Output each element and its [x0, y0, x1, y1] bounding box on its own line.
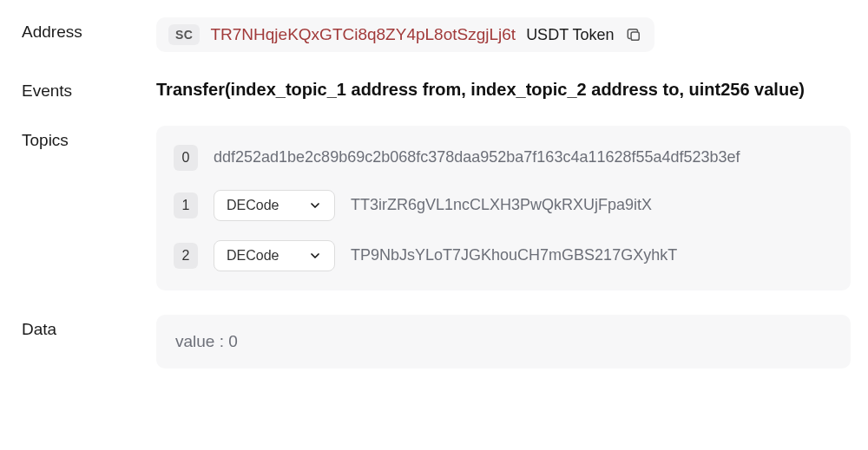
topic-hash-0: ddf252ad1be2c89b69c2b068fc378daa952ba7f1…	[214, 147, 740, 167]
topic-index-badge: 2	[174, 243, 198, 269]
label-topics: Topics	[22, 126, 156, 150]
data-sep: :	[214, 332, 228, 350]
data-key-value: value : 0	[175, 332, 238, 350]
decode-dropdown-1[interactable]: DECode	[214, 190, 335, 221]
topic-decoded-2: TP9NbJsYLoT7JGKhouCH7mGBS217GXyhkT	[351, 245, 677, 265]
sc-badge: SC	[168, 24, 200, 45]
label-events: Events	[22, 76, 156, 101]
label-address: Address	[22, 17, 156, 42]
data-value: 0	[228, 332, 238, 350]
topic-row-0: 0 ddf252ad1be2c89b69c2b068fc378daa952ba7…	[174, 145, 833, 171]
chevron-down-icon	[308, 199, 322, 212]
event-signature: Transfer(index_topic_1 address from, ind…	[156, 76, 851, 101]
copy-icon[interactable]	[625, 26, 642, 43]
topic-index-badge: 1	[174, 192, 198, 218]
topic-index-badge: 0	[174, 145, 198, 171]
chevron-down-icon	[308, 249, 322, 263]
topic-decoded-1: TT3irZR6gVL1ncCLXH3PwQkRXUjFpa9itX	[351, 195, 652, 215]
decode-label: DECode	[227, 198, 279, 213]
label-data: Data	[22, 315, 156, 339]
svg-rect-0	[631, 32, 639, 40]
address-box: SC TR7NHqjeKQxGTCi8q8ZY4pL8otSzgjLj6t US…	[156, 17, 654, 52]
decode-label: DECode	[227, 248, 279, 264]
contract-address[interactable]: TR7NHqjeKQxGTCi8q8ZY4pL8otSzgjLj6t	[210, 25, 516, 44]
topic-row-2: 2 DECode TP9NbJsYLoT7JGKhouCH7mGBS217GXy…	[174, 240, 833, 271]
token-name: USDT Token	[526, 26, 614, 44]
data-panel: value : 0	[156, 315, 851, 368]
decode-dropdown-2[interactable]: DECode	[214, 240, 335, 271]
topic-row-1: 1 DECode TT3irZR6gVL1ncCLXH3PwQkRXUjFpa9…	[174, 190, 833, 221]
topics-panel: 0 ddf252ad1be2c89b69c2b068fc378daa952ba7…	[156, 126, 851, 290]
data-key: value	[175, 332, 214, 350]
